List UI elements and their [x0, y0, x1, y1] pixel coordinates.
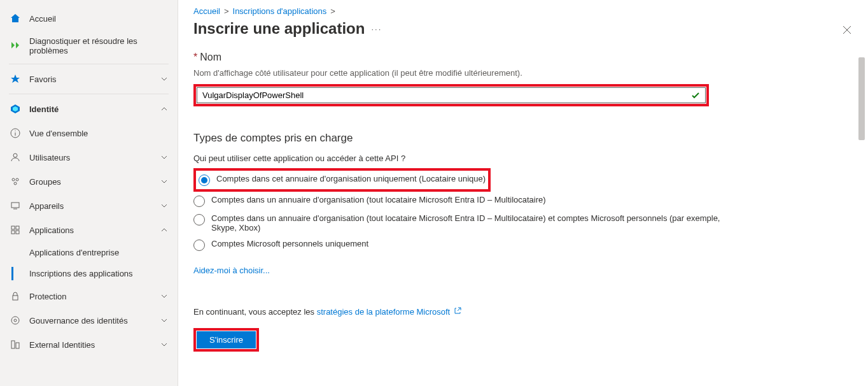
chevron-down-icon — [160, 177, 169, 186]
sidebar-groups[interactable]: Groupes — [0, 169, 178, 194]
svg-rect-16 — [16, 343, 19, 348]
highlight-register-button: S'inscrire — [193, 328, 259, 352]
svg-point-14 — [14, 319, 17, 322]
sidebar-devices[interactable]: Appareils — [0, 194, 178, 218]
breadcrumb-sep: > — [224, 6, 229, 16]
sidebar-applications-label: Applications — [29, 225, 160, 235]
sidebar-favorites-label: Favoris — [29, 75, 160, 84]
scrollbar-thumb[interactable] — [858, 57, 865, 140]
opt3-label: Comptes dans un annuaire d'organisation … — [211, 213, 746, 232]
sidebar-app-registrations[interactable]: Inscriptions des applications — [0, 263, 178, 284]
consent-text: En continuant, vous acceptez les stratég… — [193, 307, 853, 317]
name-label: *Nom — [193, 52, 853, 63]
sidebar: Accueil Diagnostiquer et résoudre les pr… — [0, 0, 178, 386]
diagnose-icon — [9, 39, 22, 52]
apps-icon — [9, 224, 22, 236]
page-header: Inscrire une application ··· — [178, 16, 868, 45]
sidebar-users[interactable]: Utilisateurs — [0, 145, 178, 169]
highlight-name-input — [193, 84, 709, 106]
svg-point-4 — [12, 178, 15, 181]
svg-point-5 — [16, 178, 18, 181]
breadcrumb-sep: > — [330, 6, 335, 16]
account-types-sub: Qui peut utiliser cette application ou a… — [193, 154, 853, 163]
account-type-opt2[interactable]: Comptes dans un annuaire d'organisation … — [193, 192, 853, 210]
radio-icon[interactable] — [193, 214, 205, 225]
register-button[interactable]: S'inscrire — [197, 331, 256, 348]
sidebar-identity-label: Identité — [29, 104, 160, 114]
divider — [9, 94, 169, 94]
chevron-down-icon — [160, 316, 169, 325]
svg-rect-12 — [13, 296, 18, 300]
chevron-down-icon — [160, 75, 169, 83]
account-type-opt1[interactable]: Comptes dans cet annuaire d'organisation… — [199, 171, 486, 189]
svg-rect-7 — [11, 203, 19, 208]
breadcrumb-appregs[interactable]: Inscriptions d'applications — [233, 6, 327, 16]
sidebar-governance[interactable]: Gouvernance des identités — [0, 308, 178, 332]
opt4-label: Comptes Microsoft personnels uniquement — [211, 239, 368, 248]
svg-rect-15 — [11, 341, 15, 348]
divider — [9, 64, 169, 64]
consent-prefix: En continuant, vous acceptez les — [193, 307, 317, 317]
check-icon — [691, 91, 700, 100]
groups-icon — [9, 175, 22, 188]
breadcrumb: Accueil > Inscriptions d'applications > — [178, 0, 868, 16]
svg-rect-9 — [16, 226, 19, 229]
house-icon — [9, 12, 22, 25]
svg-point-3 — [13, 154, 17, 157]
radio-icon[interactable] — [193, 196, 205, 207]
close-button[interactable] — [843, 25, 851, 34]
sidebar-home[interactable]: Accueil — [0, 6, 178, 31]
scrollbar[interactable] — [857, 51, 867, 386]
svg-point-13 — [11, 317, 19, 324]
sidebar-home-label: Accueil — [29, 14, 169, 24]
sidebar-governance-label: Gouvernance des identités — [29, 316, 160, 325]
sidebar-external-label: External Identities — [29, 340, 160, 350]
help-me-choose-link[interactable]: Aidez-moi à choisir... — [193, 266, 270, 275]
more-menu[interactable]: ··· — [371, 24, 382, 34]
main: Accueil > Inscriptions d'applications > … — [178, 0, 868, 386]
sidebar-enterprise-apps[interactable]: Applications d'entreprise — [0, 242, 178, 263]
chevron-down-icon — [160, 340, 169, 349]
chevron-up-icon — [160, 104, 169, 113]
account-type-opt4[interactable]: Comptes Microsoft personnels uniquement — [193, 236, 853, 254]
required-indicator: * — [193, 52, 197, 62]
svg-rect-10 — [11, 231, 15, 234]
sidebar-overview[interactable]: Vue d'ensemble — [0, 121, 178, 145]
account-types-title: Types de comptes pris en charge — [193, 132, 853, 145]
chevron-down-icon — [160, 292, 169, 301]
app-name-input[interactable] — [202, 90, 691, 100]
users-icon — [9, 151, 22, 164]
devices-icon — [9, 199, 22, 212]
external-icon — [9, 338, 22, 351]
radio-icon[interactable] — [199, 175, 210, 186]
sidebar-favorites[interactable]: Favoris — [0, 67, 178, 91]
star-icon — [9, 73, 22, 85]
chevron-down-icon — [160, 153, 169, 162]
radio-icon[interactable] — [193, 239, 205, 251]
sidebar-enterprise-apps-label: Applications d'entreprise — [29, 248, 169, 257]
page-title: Inscrire une application — [193, 20, 365, 38]
sidebar-applications[interactable]: Applications — [0, 218, 178, 242]
sidebar-protection[interactable]: Protection — [0, 284, 178, 308]
highlight-radio-1: Comptes dans cet annuaire d'organisation… — [193, 168, 491, 192]
sidebar-app-registrations-label: Inscriptions des applications — [29, 269, 169, 278]
info-icon — [9, 127, 22, 139]
content-area: *Nom Nom d'affichage côté utilisateur po… — [178, 45, 868, 386]
sidebar-users-label: Utilisateurs — [29, 153, 160, 162]
sidebar-identity[interactable]: Identité — [0, 97, 178, 121]
svg-point-6 — [14, 182, 17, 185]
lock-icon — [9, 290, 22, 303]
breadcrumb-home[interactable]: Accueil — [193, 6, 220, 16]
name-label-text: Nom — [200, 52, 221, 62]
opt2-label: Comptes dans un annuaire d'organisation … — [211, 195, 546, 204]
sidebar-external[interactable]: External Identities — [0, 332, 178, 357]
account-type-opt3[interactable]: Comptes dans un annuaire d'organisation … — [193, 210, 853, 236]
identity-icon — [9, 103, 22, 115]
chevron-down-icon — [160, 201, 169, 210]
name-input-wrap — [197, 87, 706, 103]
governance-icon — [9, 314, 22, 327]
sidebar-diagnose[interactable]: Diagnostiquer et résoudre les problèmes — [0, 31, 178, 61]
chevron-up-icon — [160, 225, 169, 234]
platform-policies-link[interactable]: stratégies de la plateforme Microsoft — [317, 307, 451, 317]
sidebar-devices-label: Appareils — [29, 201, 160, 211]
